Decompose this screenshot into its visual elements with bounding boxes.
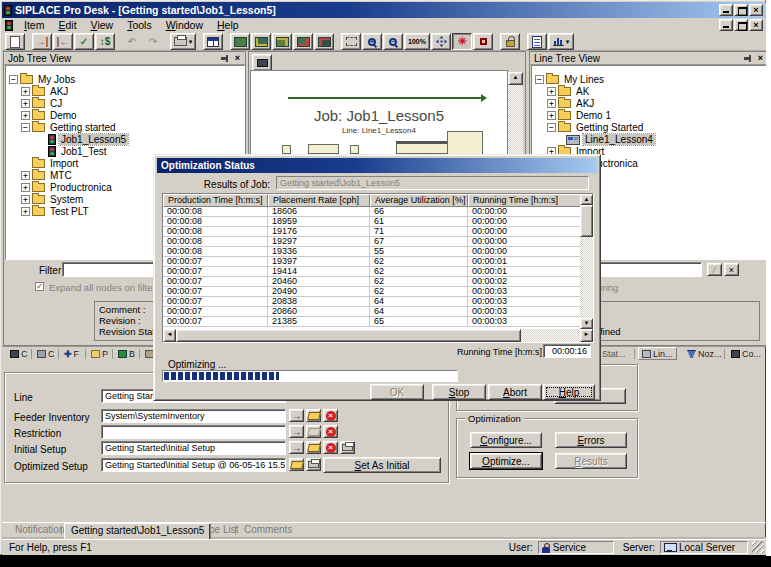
document-icon[interactable] [5,20,13,31]
expand-icon[interactable]: + [21,195,30,204]
tree-item-cj[interactable]: +CJ [21,98,64,109]
menu-item[interactable]: Item [17,19,51,31]
scroll-up-icon[interactable]: ▲ [508,72,523,85]
table-row[interactable]: 00:00:07 19397 62 00:00:01 [163,257,582,267]
tree-item-test-plt[interactable]: +Test PLT [21,206,91,217]
tree-item-productronica[interactable]: +Productronica [21,182,114,193]
abort-button[interactable]: Abort [488,384,542,400]
pin-icon[interactable] [743,54,752,63]
table-row[interactable]: 00:00:08 19297 67 00:00:00 [163,237,582,247]
restriction-clear-button[interactable]: × [323,425,338,438]
expand-icon[interactable]: + [21,99,30,108]
zoom-region-button[interactable] [341,33,361,50]
resize-grip[interactable] [752,541,764,553]
close-button[interactable]: × [749,4,763,16]
refresh-rates-button[interactable]: ↕$ [95,33,115,50]
machine-tool-4-button[interactable] [293,33,313,50]
table-row[interactable]: 00:00:08 19336 55 00:00:00 [163,247,582,257]
collapse-icon[interactable]: − [535,75,544,84]
table-row[interactable]: 00:00:07 19414 62 00:00:01 [163,267,582,277]
undo-button[interactable]: ↶ [122,33,142,50]
scroll-thumb[interactable] [580,205,593,237]
close-panel-icon[interactable]: × [755,53,766,63]
scroll-right-icon[interactable]: ► [580,329,593,342]
scroll-left-icon[interactable]: ◄ [163,329,176,342]
tree-item-my-jobs[interactable]: −My Jobs [9,74,77,85]
scroll-up-icon[interactable]: ▲ [580,194,593,205]
collapse-icon[interactable]: − [9,75,18,84]
pane-tab-p[interactable]: P [88,347,111,360]
optimize-button[interactable]: Optimize... [470,453,542,469]
table-hscrollbar[interactable]: ◄ ► [163,329,593,342]
feeder-inventory-field[interactable]: System\SystemInventory [101,409,286,423]
stop-button[interactable]: Stop [432,384,486,400]
dialog-title-bar[interactable]: Optimization Status [157,158,597,173]
expand-nodes-checkbox[interactable]: ✓ [35,282,44,291]
import-to-button[interactable]: →| [32,33,52,50]
collapse-icon[interactable]: − [21,123,30,132]
menu-item[interactable]: Window [159,19,210,31]
help-button[interactable]: Help [543,384,595,400]
column-header[interactable]: Production Time [h:m:s] [163,194,268,207]
table-row[interactable]: 00:00:08 18959 61 00:00:00 [163,217,582,227]
table-row[interactable]: 00:00:07 21385 65 00:00:03 [163,317,582,327]
pane-tab-components[interactable]: Co... [728,347,764,360]
optimized-setup-field[interactable]: Getting Started\Initial Setup @ 06-05-16… [101,458,286,472]
expand-icon[interactable]: + [21,207,30,216]
child-close-button[interactable]: × [749,19,763,31]
pane-tab-b[interactable]: B [115,347,138,360]
scroll-down-icon[interactable]: ▼ [580,318,593,329]
initial-setup-field[interactable]: Getting Started\Initial Setup [101,441,286,455]
restriction-open-button[interactable] [306,425,321,438]
feeder-clear-button[interactable]: × [323,409,338,422]
tree-item-getting-started[interactable]: −Getting started [21,122,118,133]
import-from-button[interactable]: |← [53,33,73,50]
apply-filter-button[interactable]: ∕ [707,263,722,276]
mark-button[interactable] [473,33,493,50]
tree-item-import[interactable]: Import [32,158,80,169]
tree-item-akj[interactable]: +AKJ [547,98,596,109]
machine-tool-1-button[interactable] [230,33,250,50]
table-row[interactable]: 00:00:07 20860 64 00:00:03 [163,307,582,317]
fit-view-button[interactable] [431,33,451,50]
print-button[interactable]: ▾ [170,33,196,50]
expand-icon[interactable]: + [547,111,556,120]
table-row[interactable]: 00:00:08 18606 66 00:00:00 [163,207,582,217]
expand-icon[interactable]: + [21,171,30,180]
scroll-thumb[interactable] [176,329,521,342]
close-panel-icon[interactable]: × [232,53,243,63]
restriction-goto-button[interactable]: → [289,425,304,438]
tree-item-system[interactable]: +System [21,194,85,205]
configure-button[interactable]: Configure... [470,432,542,448]
chart-button[interactable]: ▾ [548,33,574,50]
results-button[interactable]: Results [555,453,627,469]
initial-print-button[interactable] [340,441,355,454]
expand-icon[interactable]: + [547,99,556,108]
optimized-print-button[interactable] [306,458,321,471]
initial-open-button[interactable] [306,441,321,454]
set-as-initial-button[interactable]: Set As Initial [323,457,441,473]
tree-item-ak[interactable]: +AK [547,86,591,97]
chip-view-button[interactable] [252,54,272,71]
pane-tab-f[interactable]: ✚F [61,347,82,360]
machine-tool-2-button[interactable] [251,33,271,50]
initial-clear-button[interactable]: × [323,441,338,454]
redo-button[interactable]: ↷ [143,33,163,50]
verify-button[interactable]: ✓ [74,33,94,50]
expand-icon[interactable]: + [21,87,30,96]
expand-icon[interactable]: + [21,111,30,120]
pane-tab-stations[interactable]: Stat... [599,347,629,360]
tree-item-akj[interactable]: +AKJ [21,86,70,97]
zoom-out-button[interactable]: − [383,33,403,50]
minimize-button[interactable] [719,4,733,16]
expand-icon[interactable]: + [21,183,30,192]
tab-comments[interactable]: Comments [238,523,298,538]
pin-icon[interactable] [220,54,229,63]
errors-button[interactable]: Errors [555,432,627,448]
tree-item-line1-lesson4[interactable]: Line1_Lesson4 [566,134,655,145]
tree-item-demo-1[interactable]: +Demo 1 [547,110,613,121]
menu-item[interactable]: View [84,19,121,31]
zoom-in-button[interactable]: + [362,33,382,50]
child-minimize-button[interactable] [719,19,733,31]
table-vscrollbar[interactable]: ▲ ▼ [580,194,593,329]
